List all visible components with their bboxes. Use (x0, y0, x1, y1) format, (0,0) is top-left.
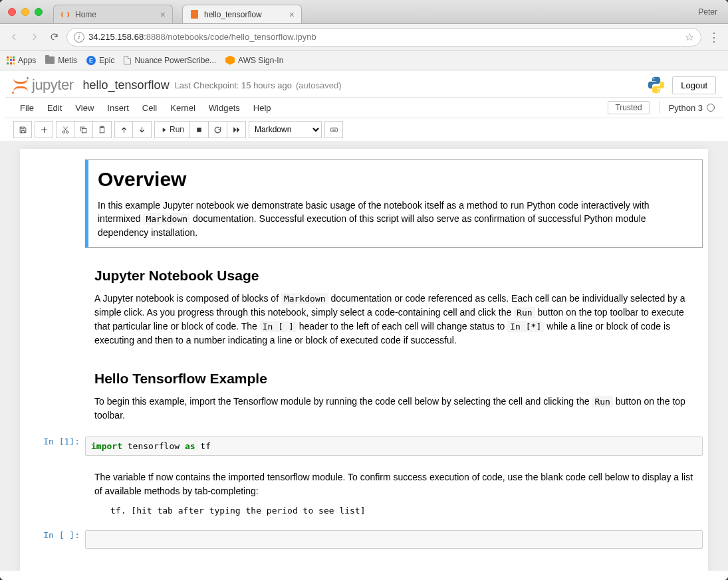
svg-rect-2 (82, 128, 86, 133)
python-logo-icon[interactable] (647, 76, 666, 94)
menu-kernel[interactable]: Kernel (164, 100, 202, 116)
notebook-cell[interactable]: Hello Tensorflow Example To begin this e… (25, 357, 703, 430)
command-palette-button[interactable] (324, 121, 343, 138)
code-input[interactable]: import tensorflow as tf (85, 436, 703, 456)
svg-rect-5 (197, 128, 201, 132)
cell-prompt (25, 254, 85, 355)
page-content: jupyter hello_tensorflow Last Checkpoint… (0, 70, 728, 580)
bookmarks-bar: Apps Metis EEpic Nuance PowerScribe... A… (0, 50, 728, 70)
celltype-select[interactable]: Markdown (249, 121, 322, 138)
url-bar[interactable]: i 34.215.158.68:8888/notebooks/code/hell… (66, 28, 701, 47)
code-input[interactable] (85, 530, 703, 549)
run-label: Run (170, 125, 184, 134)
markdown-h2: Jupyter Notebook Usage (94, 268, 693, 284)
notebook-favicon-icon (189, 10, 199, 19)
bookmark-label: AWS Sign-In (238, 56, 283, 65)
url-port: :8888 (144, 32, 166, 42)
chrome-menu-button[interactable]: ⋮ (707, 30, 721, 45)
bookmark-metis[interactable]: Metis (45, 56, 77, 65)
interrupt-button[interactable] (190, 121, 209, 138)
notebook-cell[interactable]: Jupyter Notebook Usage A Jupyter noteboo… (25, 254, 703, 355)
bookmark-nuance[interactable]: Nuance PowerScribe... (124, 56, 216, 65)
close-window-button[interactable] (8, 8, 16, 16)
menu-help[interactable]: Help (247, 100, 278, 116)
kernel-indicator[interactable]: Python 3 (669, 103, 715, 113)
cell-prompt: In [1]: (25, 433, 85, 460)
markdown-h1: Overview (98, 168, 693, 191)
restart-run-all-button[interactable] (227, 121, 246, 138)
zoom-window-button[interactable] (35, 8, 43, 16)
save-button[interactable] (13, 121, 32, 138)
notebook-cell[interactable]: Overview In this example Jupyter noteboo… (25, 155, 703, 252)
notebook-cell[interactable]: In [ ]: (25, 526, 703, 553)
url-path: /notebooks/code/hello_tensorflow.ipynb (166, 32, 316, 42)
jupyter-menubar: File Edit View Insert Cell Kernel Widget… (5, 97, 723, 118)
bookmark-star-icon[interactable]: ☆ (685, 31, 694, 43)
minimize-window-button[interactable] (21, 8, 29, 16)
browser-tabs: Home × hello_tensorflow × (53, 0, 311, 23)
trusted-indicator[interactable]: Trusted (608, 101, 649, 114)
url-host: 34.215.158.68 (88, 32, 144, 42)
window-controls (0, 8, 51, 16)
notebook-scroll[interactable]: Overview In this example Jupyter noteboo… (0, 141, 728, 571)
cell-prompt (25, 155, 85, 252)
titlebar: Home × hello_tensorflow × Peter (0, 0, 728, 24)
bookmark-epic[interactable]: EEpic (86, 56, 114, 65)
jupyter-logo[interactable]: jupyter (12, 76, 74, 94)
tab-close-icon[interactable]: × (289, 9, 295, 20)
jupyter-logo-text: jupyter (32, 76, 74, 94)
cell-prompt (25, 462, 85, 524)
notebook-name[interactable]: hello_tensorflow (83, 78, 170, 92)
browser-tab-home[interactable]: Home × (53, 5, 173, 23)
kernel-name-label: Python 3 (669, 103, 703, 113)
reload-button[interactable] (47, 30, 61, 45)
move-down-button[interactable] (133, 121, 152, 138)
logout-button[interactable]: Logout (672, 76, 716, 94)
menu-file[interactable]: File (13, 100, 41, 116)
notebook-container: Overview In this example Jupyter noteboo… (20, 149, 708, 571)
chrome-user-label[interactable]: Peter (698, 7, 717, 17)
cut-button[interactable] (56, 121, 74, 138)
run-button[interactable]: Run (154, 121, 190, 138)
markdown-paragraph: In this example Jupyter notebook we demo… (98, 199, 693, 239)
restart-button[interactable] (209, 121, 227, 138)
folder-icon (45, 56, 55, 64)
epic-icon: E (86, 56, 96, 65)
apps-button[interactable]: Apps (7, 56, 36, 65)
copy-button[interactable] (74, 121, 93, 138)
tab-title: hello_tensorflow (204, 10, 262, 19)
page-icon (124, 56, 131, 64)
menu-cell[interactable]: Cell (136, 100, 164, 116)
svg-point-1 (66, 131, 68, 133)
tab-close-icon[interactable]: × (160, 9, 166, 20)
notebook-cell[interactable]: The variable tf now contains the importe… (25, 462, 703, 524)
tab-title: Home (75, 10, 96, 19)
svg-point-0 (62, 131, 64, 133)
markdown-paragraph: A Jupyter notebook is composed of blocks… (94, 292, 693, 347)
aws-icon (225, 56, 235, 65)
back-button[interactable] (7, 30, 21, 45)
bookmark-aws[interactable]: AWS Sign-In (225, 56, 283, 65)
cell-prompt: In [ ]: (25, 526, 85, 553)
apps-label: Apps (18, 56, 36, 65)
move-up-button[interactable] (114, 121, 133, 138)
jupyter-header: jupyter hello_tensorflow Last Checkpoint… (0, 70, 728, 97)
markdown-pre: tf. [hit tab after typing the period to … (110, 506, 693, 516)
browser-tab-notebook[interactable]: hello_tensorflow × (182, 5, 302, 23)
menu-widgets[interactable]: Widgets (202, 100, 247, 116)
forward-button[interactable] (27, 30, 41, 45)
site-info-icon[interactable]: i (74, 32, 84, 43)
menu-insert[interactable]: Insert (100, 100, 136, 116)
markdown-paragraph: To begin this example, import the Tensor… (94, 395, 693, 422)
apps-grid-icon (7, 56, 15, 64)
add-cell-button[interactable] (35, 121, 53, 138)
bookmark-label: Metis (58, 56, 77, 65)
notebook-cell[interactable]: In [1]: import tensorflow as tf (25, 433, 703, 460)
jupyter-toolbar: Run Markdown (5, 118, 723, 141)
menu-view[interactable]: View (68, 100, 100, 116)
cell-prompt (25, 357, 85, 430)
jupyter-favicon-icon (61, 10, 70, 19)
paste-button[interactable] (93, 121, 112, 138)
bookmark-label: Epic (99, 56, 114, 65)
menu-edit[interactable]: Edit (41, 100, 68, 116)
